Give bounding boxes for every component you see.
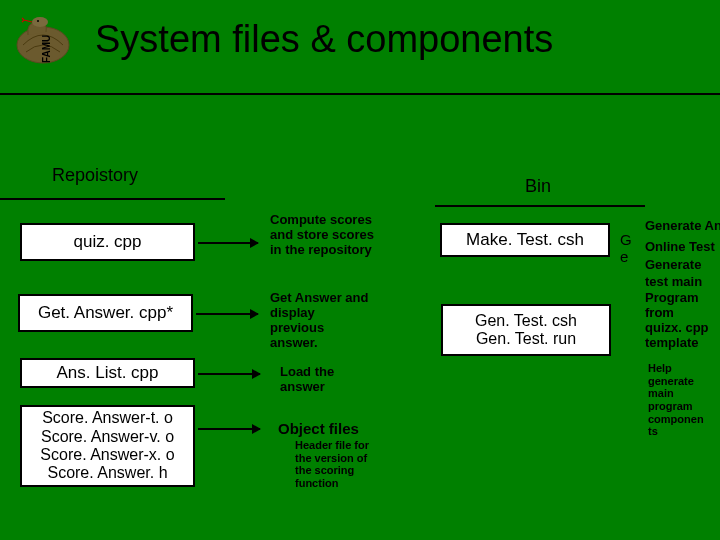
box-line: Gen. Test. run [476,330,576,348]
section-bin-label: Bin [525,176,551,197]
box-label: Make. Test. csh [466,230,584,250]
arrow-getanswer [196,313,258,315]
section-bin-rule [435,205,645,207]
box-getanswer-cpp: Get. Answer. cpp* [18,294,193,332]
ge-fragment: G e [620,232,640,265]
desc-generate: Generate [645,258,720,273]
desc-getanswer: Get Answer and display previous answer. [270,291,370,351]
box-quiz-cpp: quiz. cpp [20,223,195,261]
desc-testmain: test main [645,275,720,290]
title-underline [0,93,720,95]
box-label: Get. Answer. cpp* [38,303,173,323]
svg-point-1 [32,17,48,27]
box-label: Ans. List. cpp [56,363,158,383]
arrow-scoreanswer [198,428,260,430]
arrow-quiz [198,242,258,244]
ge-line: e [620,249,640,266]
box-scoreanswer-files: Score. Answer-t. o Score. Answer-v. o Sc… [20,405,195,487]
section-repository-rule [0,198,225,200]
box-maketest: Make. Test. csh [440,223,610,257]
box-label: quiz. cpp [73,232,141,252]
box-gentest: Gen. Test. csh Gen. Test. run [441,304,611,356]
page-title: System files & components [95,18,553,61]
box-line: Score. Answer. h [47,464,167,482]
famu-snake-logo: FAMU [8,10,78,70]
box-line: Score. Answer-x. o [40,446,174,464]
arrow-anslist [198,373,260,375]
box-line: Score. Answer-v. o [41,428,174,446]
desc-quiz: Compute scores and store scores in the r… [270,213,385,258]
ge-line: G [620,232,640,249]
desc-online-test: Online Test [645,240,720,255]
desc-objectfiles: Object files [278,420,359,437]
box-anslist-cpp: Ans. List. cpp [20,358,195,388]
desc-program-template: Program from quizx. cpp template [645,291,713,351]
section-repository-label: Repoistory [52,165,138,186]
desc-help-generate: Help generate main program componen ts [648,362,710,438]
desc-anslist: Load the answer [280,365,360,395]
svg-point-2 [37,20,39,22]
desc-headerfile: Header file for the version of the scori… [295,439,370,490]
box-line: Gen. Test. csh [475,312,577,330]
desc-generate-an: Generate An [645,219,720,234]
box-line: Score. Answer-t. o [42,409,173,427]
svg-text:FAMU: FAMU [41,35,52,63]
